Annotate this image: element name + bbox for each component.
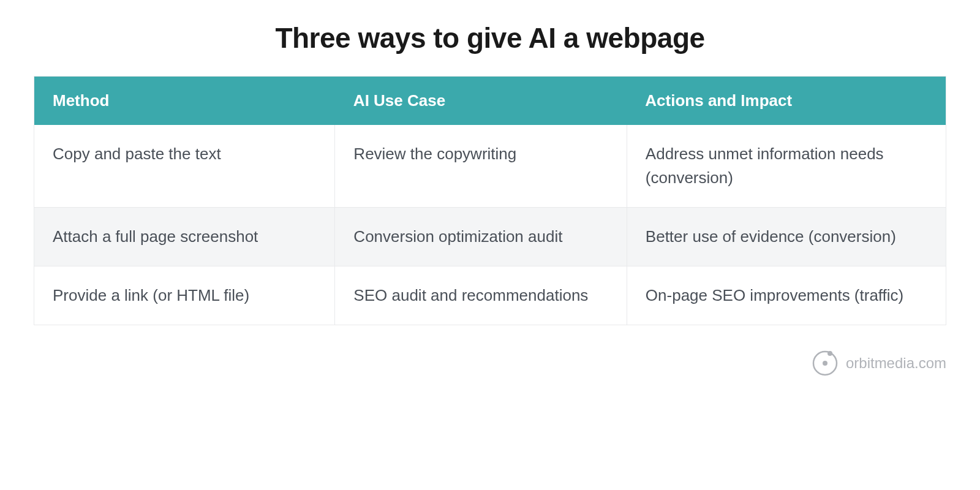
- header-impact: Actions and Impact: [627, 77, 946, 126]
- svg-point-1: [823, 361, 827, 366]
- cell-usecase: Review the copywriting: [335, 125, 627, 208]
- cell-method: Copy and paste the text: [34, 125, 335, 208]
- table-header-row: Method AI Use Case Actions and Impact: [34, 77, 946, 126]
- table-row: Attach a full page screenshot Conversion…: [34, 208, 946, 266]
- cell-method: Provide a link (or HTML file): [34, 266, 335, 325]
- methods-table: Method AI Use Case Actions and Impact Co…: [34, 76, 946, 325]
- cell-impact: Address unmet information needs (convers…: [627, 125, 946, 208]
- header-method: Method: [34, 77, 335, 126]
- svg-point-2: [827, 351, 832, 356]
- footer: orbitmedia.com: [34, 350, 946, 377]
- orbit-logo-icon: [812, 350, 839, 377]
- cell-impact: Better use of evidence (conversion): [627, 208, 946, 266]
- header-usecase: AI Use Case: [335, 77, 627, 126]
- cell-method: Attach a full page screenshot: [34, 208, 335, 266]
- cell-usecase: SEO audit and recommendations: [335, 266, 627, 325]
- cell-impact: On-page SEO improvements (traffic): [627, 266, 946, 325]
- document-container: Three ways to give AI a webpage Method A…: [34, 21, 946, 377]
- footer-brand: orbitmedia.com: [846, 355, 946, 372]
- table-row: Provide a link (or HTML file) SEO audit …: [34, 266, 946, 325]
- table-row: Copy and paste the text Review the copyw…: [34, 125, 946, 208]
- page-title: Three ways to give AI a webpage: [34, 21, 946, 55]
- cell-usecase: Conversion optimization audit: [335, 208, 627, 266]
